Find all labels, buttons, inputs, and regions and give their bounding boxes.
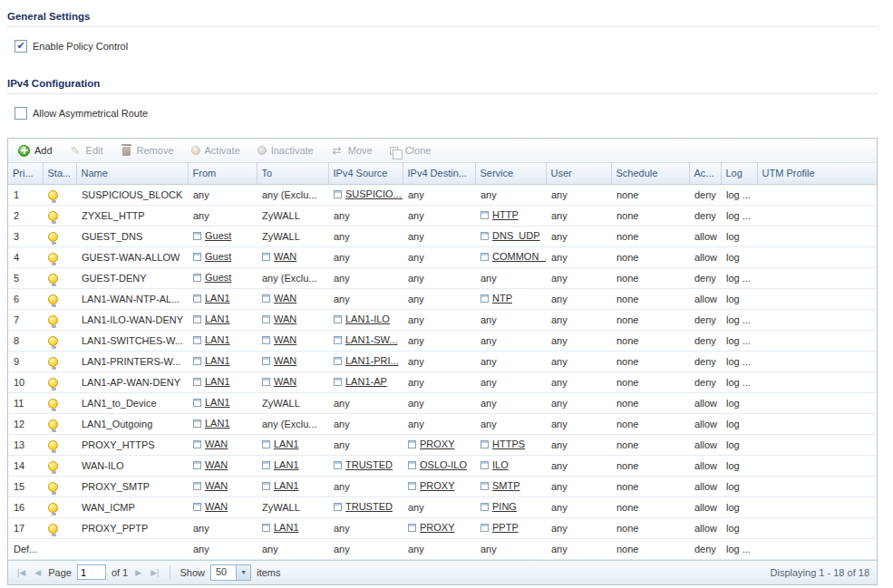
edit-button[interactable]: Edit xyxy=(65,142,111,159)
enable-policy-control-checkbox[interactable] xyxy=(15,40,27,53)
column-header[interactable]: Ac... xyxy=(689,163,721,184)
policy-row[interactable]: 5GUEST-DENYGuestany (Exclu...anyanyanyan… xyxy=(8,267,877,288)
move-button[interactable]: Move xyxy=(326,142,380,159)
last-page-button[interactable]: ▶| xyxy=(149,568,160,577)
policy-row[interactable]: 12LAN1_OutgoingLAN1any (Exclu...anyanyan… xyxy=(8,413,877,434)
remove-button[interactable]: Remove xyxy=(116,142,181,159)
cell-ipv4-source[interactable]: LAN1-AP xyxy=(328,371,403,392)
policy-row[interactable]: 13PROXY_HTTPSWANLAN1anyPROXYHTTPSanynone… xyxy=(8,434,877,455)
policy-row[interactable]: 16WAN_ICMPWANZyWALLTRUSTEDanyPINGanynone… xyxy=(8,496,877,517)
policy-row[interactable]: Def...anyanyanyanyanyanynonedenylog ... xyxy=(8,538,877,559)
cell-service[interactable]: DNS_UDP xyxy=(475,226,546,246)
policy-row[interactable]: 3GUEST_DNSGuestZyWALLanyanyDNS_UDPanynon… xyxy=(8,226,877,246)
cell-from[interactable]: Guest xyxy=(188,267,257,288)
cell-service[interactable]: NTP xyxy=(475,288,546,309)
column-header[interactable]: Sta... xyxy=(43,163,76,184)
cell-service[interactable]: PING xyxy=(475,496,546,517)
cell-service[interactable]: HTTPS xyxy=(475,434,546,455)
prev-page-button[interactable]: ◀ xyxy=(33,568,43,577)
page-number-input[interactable] xyxy=(77,564,106,580)
cell-from[interactable]: WAN xyxy=(188,434,257,455)
policy-row[interactable]: 11LAN1_to_DeviceLAN1ZyWALLanyanyanyanyno… xyxy=(8,392,877,413)
page-size-select[interactable]: 50 ▼ xyxy=(210,564,251,581)
policy-row[interactable]: 4GUEST-WAN-ALLOWGuestWANanyanyCOMMON_...… xyxy=(8,246,877,267)
cell-to[interactable]: WAN xyxy=(257,309,328,330)
cell-from[interactable]: WAN xyxy=(188,496,257,517)
column-header[interactable]: User xyxy=(546,163,611,184)
cell-from[interactable]: LAN1 xyxy=(188,392,257,413)
cell-to[interactable]: WAN xyxy=(257,288,328,309)
policy-row[interactable]: 14WAN-ILOWANLAN1TRUSTEDOSLO-ILOILOanynon… xyxy=(8,455,877,476)
cell-to[interactable]: LAN1 xyxy=(257,517,328,538)
cell-service[interactable]: COMMON_... xyxy=(475,246,546,267)
inactivate-button[interactable]: Inactivate xyxy=(253,142,321,159)
object-reference-icon xyxy=(262,336,270,344)
cell-ipv4-source[interactable]: TRUSTED xyxy=(328,455,403,476)
policy-row[interactable]: 8LAN1-SWITCHES-W...LAN1WANLAN1-SW...anya… xyxy=(8,330,877,351)
cell-to[interactable]: LAN1 xyxy=(257,455,328,476)
cell-ipv4-source: any xyxy=(328,226,403,246)
cell-from[interactable]: Guest xyxy=(188,226,257,246)
cell-from[interactable]: LAN1 xyxy=(188,351,257,371)
cell-to[interactable]: LAN1 xyxy=(257,434,328,455)
policy-row[interactable]: 6LAN1-WAN-NTP-AL...LAN1WANanyanyNTPanyno… xyxy=(8,288,877,309)
cell-from[interactable]: LAN1 xyxy=(188,309,257,330)
cell-ipv4-source[interactable]: TRUSTED xyxy=(328,496,403,517)
next-page-button[interactable]: ▶ xyxy=(133,568,143,577)
cell-ipv4-destination[interactable]: PROXY xyxy=(403,476,475,496)
policy-row[interactable]: 9LAN1-PRINTERS-W...LAN1WANLAN1-PRI...any… xyxy=(8,351,877,371)
cell-service[interactable]: HTTP xyxy=(475,205,546,226)
policy-row[interactable]: 7LAN1-ILO-WAN-DENYLAN1WANLAN1-ILOanyanya… xyxy=(8,309,877,330)
cell-ipv4-source[interactable]: LAN1-SW... xyxy=(328,330,403,351)
cell-from[interactable]: LAN1 xyxy=(188,330,257,351)
cell-ipv4-source[interactable]: LAN1-PRI... xyxy=(328,351,403,371)
column-header[interactable]: IPv4 Source xyxy=(328,163,403,184)
cell-from[interactable]: WAN xyxy=(188,476,257,496)
cell-from[interactable]: LAN1 xyxy=(188,288,257,309)
column-header[interactable]: To xyxy=(257,163,328,184)
clone-button[interactable]: Clone xyxy=(385,142,439,159)
cell-ipv4-destination[interactable]: PROXY xyxy=(403,434,475,455)
policy-row[interactable]: 10LAN1-AP-WAN-DENYLAN1WANLAN1-APanyanyan… xyxy=(8,371,877,392)
first-page-button[interactable]: |◀ xyxy=(15,568,27,577)
column-header[interactable]: From xyxy=(188,163,257,184)
cell-service[interactable]: SMTP xyxy=(475,476,546,496)
policy-row[interactable]: 15PROXY_SMTPWANLAN1anyPROXYSMTPanynoneal… xyxy=(8,476,877,496)
cell-from[interactable]: Guest xyxy=(188,246,257,267)
cell-from[interactable]: WAN xyxy=(188,455,257,476)
policy-row[interactable]: 17PROXY_PPTPanyLAN1anyPROXYPPTPanynoneal… xyxy=(8,517,877,538)
cell-to[interactable]: WAN xyxy=(257,330,328,351)
policy-row[interactable]: 1SUSPICIOUS_BLOCKanyany (Exclu...SUSPICI… xyxy=(8,184,877,205)
cell-from[interactable]: LAN1 xyxy=(188,413,257,434)
cell-log: log ... xyxy=(721,538,757,559)
cell-ipv4-source[interactable]: LAN1-ILO xyxy=(328,309,403,330)
cell-to[interactable]: WAN xyxy=(257,246,328,267)
activate-button[interactable]: Activate xyxy=(187,142,248,159)
column-header[interactable]: UTM Profile xyxy=(757,163,877,184)
cell-ipv4-destination[interactable]: OSLO-ILO xyxy=(403,455,475,476)
cell-ipv4-destination[interactable]: PROXY xyxy=(403,517,475,538)
column-header[interactable]: Log xyxy=(721,163,757,184)
cell-from[interactable]: LAN1 xyxy=(188,371,257,392)
column-header[interactable]: Name xyxy=(76,163,188,184)
column-header[interactable]: Service xyxy=(475,163,546,184)
cell-to[interactable]: WAN xyxy=(257,351,328,371)
cell-utm-profile xyxy=(757,288,877,309)
column-header[interactable]: Pri... xyxy=(8,163,43,184)
allow-asymmetrical-route-checkbox[interactable] xyxy=(15,107,27,120)
add-button[interactable]: Add xyxy=(14,142,60,159)
object-reference-icon xyxy=(193,482,201,490)
object-reference-icon xyxy=(334,378,342,386)
object-reference-icon xyxy=(193,378,201,386)
cell-to[interactable]: LAN1 xyxy=(257,476,328,496)
cell-service[interactable]: PPTP xyxy=(475,517,546,538)
policy-row[interactable]: 2ZYXEL_HTTPanyZyWALLanyanyHTTPanynoneden… xyxy=(8,205,877,226)
cell-to[interactable]: WAN xyxy=(257,371,328,392)
column-header[interactable]: Schedule xyxy=(611,163,689,184)
cell-ipv4-destination: any xyxy=(403,226,475,246)
object-link-text: TRUSTED xyxy=(345,501,393,512)
cell-ipv4-source[interactable]: SUSPICIO.... xyxy=(328,184,403,205)
cell-service[interactable]: ILO xyxy=(475,455,546,476)
cell-log: log xyxy=(721,517,757,538)
column-header[interactable]: IPv4 Destin... xyxy=(403,163,475,184)
